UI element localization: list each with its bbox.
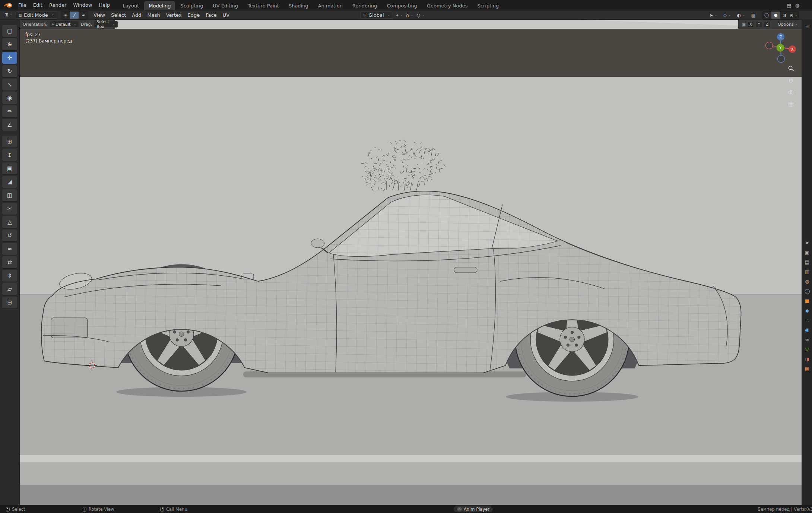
tab-physics[interactable]: ◉ [802,325,812,335]
mirror-z-toggle[interactable]: Z [764,21,770,27]
tool-knife[interactable]: ✂ [2,203,17,215]
pan-button[interactable] [787,76,795,84]
orientation-dropdown[interactable]: ⌖ Default [49,21,79,28]
menu-file[interactable]: File [15,0,30,10]
toggle-perspective-button[interactable] [787,100,795,108]
tab-scripting[interactable]: Scripting [473,1,504,10]
tab-uv-editing[interactable]: UV Editing [208,1,242,10]
navigation-gizmo[interactable]: Z X Y [764,31,797,64]
xray-toggle-button[interactable]: ▥ [750,13,757,18]
pivot-point-button[interactable]: ⌖ [394,13,404,18]
menu-edit[interactable]: Edit [30,0,46,10]
tab-modeling[interactable]: Modeling [144,1,175,10]
menu-mesh[interactable]: Mesh [144,10,163,19]
tool-poly-build[interactable]: △ [2,216,17,228]
mirror-y-toggle[interactable]: Y [756,21,762,27]
tab-world[interactable]: ◯ [802,286,812,296]
tool-select-box[interactable]: ▢ [2,25,17,37]
gizmo-z-ball[interactable]: Z [777,33,784,41]
tool-transform[interactable]: ◉ [2,92,17,104]
tab-object-data[interactable]: ▽ [802,344,812,354]
tool-scale[interactable]: ↘ [2,79,17,91]
tool-rotate[interactable]: ↻ [2,65,17,77]
shading-wireframe-button[interactable]: ◯ [762,12,771,19]
tab-object[interactable]: ■ [802,296,812,305]
proportional-editing-button[interactable]: ◎ [415,13,426,18]
menu-help[interactable]: Help [96,0,114,10]
transform-orientation-dropdown[interactable]: ⊕ Global [360,12,393,19]
tab-texture-paint[interactable]: Texture Paint [243,1,283,10]
tool-bevel[interactable]: ◢ [2,176,17,188]
gizmo-x-ball[interactable]: X [789,45,796,53]
tool-loop-cut[interactable]: ◫ [2,189,17,201]
tab-geometry-nodes[interactable]: Geometry Nodes [422,1,472,10]
blender-logo-icon[interactable] [4,2,13,8]
tool-add-cube[interactable]: ⊞ [2,136,17,148]
tab-shading[interactable]: Shading [284,1,313,10]
menu-face[interactable]: Face [203,10,219,19]
scene-selector-icon[interactable]: ▤ [787,3,791,8]
gizmo-minus-z-ball[interactable] [778,56,785,63]
editor-type-button[interactable]: ⊞ [3,12,14,18]
tool-shrink-fatten[interactable]: ⇕ [2,270,17,282]
view-controls [787,64,796,108]
menu-uv[interactable]: UV [220,10,232,19]
tool-shear[interactable]: ▱ [2,283,17,295]
menu-window[interactable]: Window [70,0,95,10]
tool-spin[interactable]: ↺ [2,229,17,241]
tab-material[interactable]: ◑ [802,354,812,364]
gizmo-y-ball[interactable]: Y [777,44,784,52]
options-dropdown[interactable]: Options [778,22,798,27]
tab-scene[interactable]: ◍ [802,276,812,286]
menu-edge[interactable]: Edge [185,10,203,19]
menu-add[interactable]: Add [129,10,144,19]
drag-dropdown[interactable]: Select Box [94,21,117,28]
gizmo-minus-x-ball[interactable] [766,42,773,49]
tab-sculpting[interactable]: Sculpting [176,1,207,10]
tool-cursor[interactable]: ⊕ [2,38,17,50]
tab-modifiers[interactable]: ◆ [802,305,812,315]
gizmos-button[interactable]: ◇ [722,13,733,18]
menu-render[interactable]: Render [46,0,70,10]
mirror-x-toggle[interactable]: X [748,21,754,27]
tool-extrude-region[interactable]: ↥ [2,149,17,161]
mode-dropdown[interactable]: ▦ Edit Mode [16,12,57,19]
shading-rendered-button[interactable]: ◉ [789,12,798,19]
tab-texture[interactable]: ▦ [802,364,812,373]
tab-active-tool[interactable]: ➤ [802,238,812,247]
tab-output[interactable]: ▤ [802,257,812,267]
vertex-select-button[interactable]: ▪ [61,12,70,19]
tab-render[interactable]: ▣ [802,247,812,257]
viewport-canvas[interactable] [20,20,802,505]
tool-smooth[interactable]: ≈ [2,243,17,255]
tab-compositing[interactable]: Compositing [382,1,422,10]
tab-view-layer[interactable]: ▥ [802,267,812,276]
tab-constraints[interactable]: ∞ [802,335,812,344]
snap-button[interactable]: ∩ [405,13,415,18]
tab-particles[interactable]: ∴ [802,315,812,325]
shading-solid-button[interactable]: ● [771,12,780,19]
menu-select[interactable]: Select [108,10,129,19]
view-layer-selector-icon[interactable]: ◍ [795,3,799,8]
tool-annotate[interactable]: ✏ [2,105,17,117]
properties-editor-menu[interactable]: ≡ [802,22,812,32]
tool-rip-region[interactable]: ⊟ [2,297,17,308]
tab-rendering[interactable]: Rendering [348,1,381,10]
camera-view-button[interactable] [787,88,795,96]
tool-measure[interactable]: ∠ [2,119,17,131]
tab-animation[interactable]: Animation [314,1,347,10]
zoom-button[interactable] [787,64,795,72]
face-select-button[interactable]: ▰ [79,12,88,19]
edge-select-button[interactable]: ╱ [70,12,79,19]
selectability-button[interactable]: ➤ [708,13,719,18]
menu-vertex[interactable]: Vertex [163,10,185,19]
tool-edge-slide[interactable]: ⇄ [2,256,17,268]
tool-move[interactable]: ✛ [2,52,17,64]
anim-player-indicator[interactable]: ✕ Anim Player [454,506,493,512]
3d-viewport[interactable] [20,20,802,505]
overlays-button[interactable]: ◐ [736,13,747,18]
tab-layout[interactable]: Layout [118,1,143,10]
shading-material-button[interactable]: ◑ [780,12,789,19]
tool-inset-faces[interactable]: ▣ [2,162,17,174]
menu-view[interactable]: View [91,10,108,19]
